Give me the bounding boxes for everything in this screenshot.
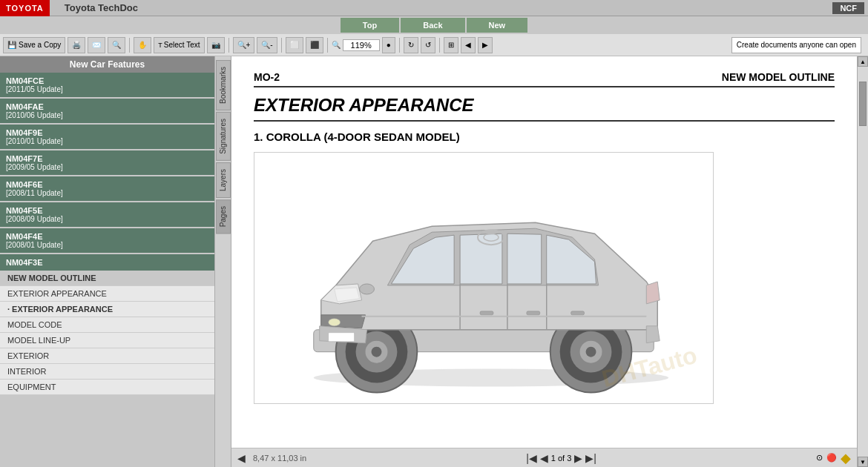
svg-rect-18 [571, 311, 585, 315]
submenu-item-2[interactable]: · EXTERIOR APPEARANCE [0, 302, 214, 317]
status-icon-1: ⊙ [816, 453, 823, 463]
svg-rect-17 [527, 311, 540, 315]
content-area: MO-2 NEW MODEL OUTLINE EXTERIOR APPEARAN… [231, 56, 857, 467]
nav-new-button[interactable]: New [467, 18, 528, 33]
doc-sub-title: 1. COROLLA (4-DOOR SEDAN MODEL) [254, 130, 835, 143]
doc-header: MO-2 NEW MODEL OUTLINE [254, 71, 835, 87]
doc-page-code: MO-2 [254, 71, 280, 83]
svg-rect-23 [329, 333, 355, 342]
nav-next-button[interactable]: ▶ [478, 37, 493, 53]
zoom-in-button[interactable]: 🔍+ [233, 37, 255, 53]
submenu-item-4[interactable]: MODEL LINE-UP [0, 333, 214, 348]
sidebar-item-NM04F9E[interactable]: NM04F9E [2010/01 Update] [0, 125, 214, 149]
sidebar-item-NM04F3E[interactable]: NM04F3E [0, 254, 214, 271]
sidebar-header: New Car Features [0, 56, 214, 73]
toolbar-separator [129, 38, 130, 53]
status-right: ⊙ 🔴 ◆ [816, 450, 851, 466]
scroll-left-button[interactable]: ◀ [237, 452, 246, 464]
sidebar: New Car Features NM04FCE [2011/05 Update… [0, 56, 215, 467]
page-navigation: |◀ ◀ 1 of 3 ▶ ▶| [314, 452, 809, 464]
rotate-cw-button[interactable]: ↻ [404, 37, 418, 53]
sidebar-item-NM04FAE[interactable]: NM04FAE [2010/06 Update] [0, 99, 214, 123]
prev-page-button[interactable]: ◀ [540, 452, 548, 464]
toolbar-separator-4 [327, 38, 328, 53]
zoom-input[interactable]: 119% [343, 39, 380, 51]
submenu-item-7[interactable]: EQUIPMENT [0, 380, 214, 395]
ncf-badge: NCF [832, 2, 864, 14]
main-layout: New Car Features NM04FCE [2011/05 Update… [0, 56, 868, 467]
sidebar-item-NM04F6E[interactable]: NM04F6E [2008/11 Update] [0, 176, 214, 201]
submenu-item-0[interactable]: NEW MODEL OUTLINE [0, 271, 214, 286]
right-scrollbar[interactable]: ▲ ▼ [857, 56, 868, 467]
email-button[interactable]: ✉️ [88, 37, 105, 53]
tab-panel: Bookmarks Signatures Layers Pages [215, 56, 231, 467]
fit-button[interactable]: ⊞ [444, 37, 458, 53]
document-area: MO-2 NEW MODEL OUTLINE EXTERIOR APPEARAN… [231, 56, 857, 448]
scroll-thumb[interactable] [859, 82, 867, 126]
tab-layers[interactable]: Layers [216, 162, 231, 198]
sidebar-item-NM04F5E[interactable]: NM04F5E [2008/09 Update] [0, 202, 214, 227]
scroll-track[interactable] [858, 67, 868, 457]
status-bar: ◀ 8,47 x 11,03 in |◀ ◀ 1 of 3 ▶ ▶| ⊙ 🔴 ◆ [231, 448, 857, 467]
submenu-item-5[interactable]: EXTERIOR [0, 348, 214, 364]
save-copy-button[interactable]: 💾 Save a Copy [3, 37, 65, 53]
svg-point-21 [360, 284, 375, 294]
nav-bar: Top Back New [0, 16, 868, 34]
svg-point-7 [371, 347, 381, 357]
last-page-button[interactable]: ▶| [585, 452, 596, 464]
nav-back-button[interactable]: Back [401, 18, 464, 33]
zoom-go-button[interactable]: ● [382, 37, 395, 53]
doc-main-title: EXTERIOR APPEARANCE [254, 95, 835, 122]
snapshot-button[interactable]: 📷 [207, 37, 225, 53]
toolbar-separator-5 [399, 38, 400, 53]
toyota-logo: TOYOTA [0, 0, 50, 16]
toyota-logo-text: TOYOTA [6, 4, 44, 13]
doc-section-title: NEW MODEL OUTLINE [722, 71, 835, 83]
next-page-button[interactable]: ▶ [574, 452, 582, 464]
sidebar-submenu: NEW MODEL OUTLINE EXTERIOR APPEARANCE · … [0, 271, 214, 395]
print-button[interactable]: 🖨️ [68, 37, 85, 53]
top-bar: TOYOTA Toyota TechDoc NCF [0, 0, 868, 16]
svg-point-24 [329, 319, 341, 326]
hand-tool-button[interactable]: ✋ [134, 37, 151, 53]
zoom-percent-label: 🔍 [332, 41, 341, 49]
nav-prev-button[interactable]: ◀ [461, 37, 476, 53]
submenu-item-1[interactable]: EXTERIOR APPEARANCE [0, 286, 214, 302]
car-image: DHTauto [254, 152, 714, 404]
first-page-button[interactable]: |◀ [526, 452, 537, 464]
scroll-up-button[interactable]: ▲ [858, 56, 868, 67]
status-icon-3: ◆ [841, 450, 851, 466]
toolbar-separator-6 [439, 38, 440, 53]
full-page-button[interactable]: ⬛ [306, 37, 323, 53]
scroll-down-button[interactable]: ▼ [858, 457, 868, 467]
sidebar-item-NM04FCE[interactable]: NM04FCE [2011/05 Update] [0, 73, 214, 97]
nav-top-button[interactable]: Top [341, 18, 399, 33]
submenu-item-3[interactable]: MODEL CODE [0, 317, 214, 333]
sidebar-item-NM04F4E[interactable]: NM04F4E [2008/01 Update] [0, 228, 214, 253]
search-button[interactable]: 🔍 [108, 37, 125, 53]
svg-rect-16 [480, 311, 493, 315]
car-illustration [254, 152, 713, 404]
toolbar-separator-3 [281, 38, 282, 53]
zoom-out-button[interactable]: 🔍- [257, 37, 277, 53]
tab-bookmarks[interactable]: Bookmarks [216, 60, 231, 110]
rotate-ccw-button[interactable]: ↺ [421, 37, 435, 53]
page-info: 1 of 3 [551, 454, 572, 463]
select-text-button[interactable]: T Select Text [154, 37, 204, 53]
tab-pages[interactable]: Pages [216, 199, 231, 234]
page-width-button[interactable]: ⬜ [286, 37, 303, 53]
tab-signatures[interactable]: Signatures [216, 112, 231, 161]
page-size-label: 8,47 x 11,03 in [253, 454, 306, 463]
submenu-item-6[interactable]: INTERIOR [0, 364, 214, 380]
sidebar-list[interactable]: NM04FCE [2011/05 Update] NM04FAE [2010/0… [0, 73, 214, 467]
toolbar-separator-2 [228, 38, 229, 53]
toolbar: 💾 Save a Copy 🖨️ ✉️ 🔍 ✋ T Select Text 📷 … [0, 34, 868, 56]
sidebar-item-NM04F7E[interactable]: NM04F7E [2009/05 Update] [0, 150, 214, 175]
create-docs-button[interactable]: Create documents anyone can open [731, 37, 861, 53]
app-title: Toyota TechDoc [57, 2, 833, 13]
svg-point-12 [586, 347, 596, 357]
status-icon-2: 🔴 [826, 453, 837, 463]
